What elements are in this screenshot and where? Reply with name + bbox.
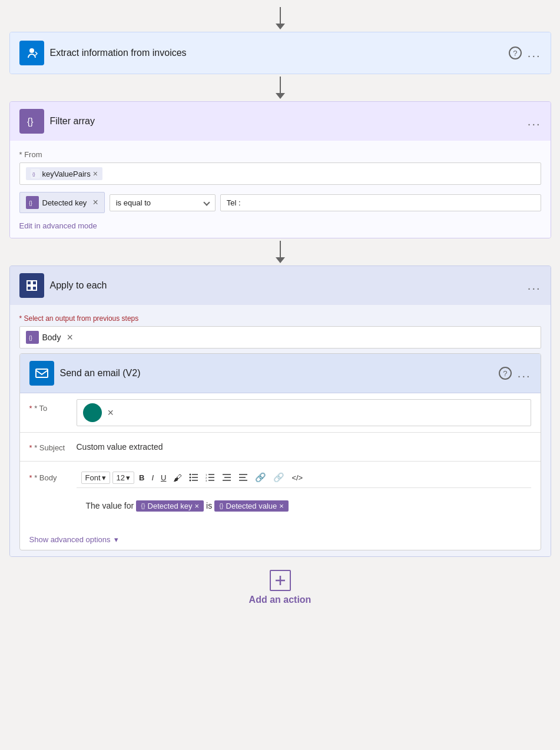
body-field-row: * * Body Font ▾ 12 [20, 462, 541, 529]
apply-card-body: * Select an output from previous steps {… [10, 305, 551, 556]
body-detected-value-token: {} Detected value × [214, 500, 289, 512]
body-detected-value-text: Detected value [226, 502, 277, 510]
subject-label: * * Subject [29, 439, 77, 452]
link-btn[interactable]: 🔗 [253, 471, 269, 484]
svg-point-15 [190, 480, 191, 482]
paint-btn[interactable]: 🖌 [171, 472, 184, 484]
body-token-field[interactable]: {} Body × [19, 326, 541, 349]
body-field-inner: * * Body Font ▾ 12 [29, 467, 531, 523]
body-key-close[interactable]: × [194, 502, 199, 510]
to-token-field[interactable]: × [77, 399, 531, 426]
svg-text:3.: 3. [206, 479, 207, 482]
svg-text:{}: {} [29, 336, 32, 341]
from-token-icon: {} [31, 169, 40, 178]
arrow-line [280, 7, 281, 24]
body-token-svg: {} [28, 333, 37, 341]
svg-text:{}: {} [32, 172, 35, 177]
detected-key-text: Detected key [42, 198, 87, 207]
flow-container: Extract information from invoices ? ... … [9, 6, 551, 605]
font-select[interactable]: Font ▾ [81, 472, 110, 484]
from-token-chip: {} keyValuePairs × [26, 167, 102, 180]
body-content[interactable]: The value for {} Detected key × is {} De… [77, 488, 531, 523]
add-action-label: Add an action [249, 595, 312, 605]
ol-btn[interactable]: 1. 2. 3. [203, 472, 217, 483]
font-label: Font [85, 473, 101, 482]
body-value-close[interactable]: × [279, 502, 284, 510]
code-btn[interactable]: </> [289, 472, 305, 483]
arrow-line-1 [280, 77, 281, 93]
arrow-head [276, 24, 285, 29]
font-chevron: ▾ [102, 473, 106, 482]
to-token-close[interactable]: × [108, 407, 114, 419]
extract-title: Extract information from invoices [50, 48, 509, 58]
body-value-token-icon: {} [219, 502, 223, 509]
detected-key-token: {} Detected key × [19, 192, 105, 213]
email-dots-menu[interactable]: ... [518, 367, 531, 380]
filter-icon: {} [25, 114, 39, 128]
unlink-btn[interactable]: 🔗 [271, 471, 287, 484]
subject-req: * [29, 443, 32, 452]
svg-point-0 [29, 48, 34, 53]
body-editor: Font ▾ 12 ▾ B I U 🖌 [77, 467, 531, 523]
extract-help-icon[interactable]: ? [509, 47, 522, 59]
from-field-container: * From {} keyValuePairs × [19, 150, 541, 185]
svg-rect-9 [36, 369, 48, 377]
svg-rect-4 [27, 281, 31, 285]
email-help-icon[interactable]: ? [499, 367, 512, 380]
from-token-close[interactable]: × [93, 169, 98, 178]
extract-card: Extract information from invoices ? ... [9, 32, 551, 74]
from-token-field[interactable]: {} keyValuePairs × [19, 162, 541, 185]
svg-point-13 [190, 474, 191, 476]
underline-btn[interactable]: U [158, 472, 168, 483]
operator-dropdown[interactable]: is equal to [110, 194, 216, 211]
filter-icon-box: {} [19, 109, 44, 134]
select-output-label: * Select an output from previous steps [19, 314, 541, 323]
svg-rect-7 [32, 286, 37, 290]
subject-field-content [77, 439, 531, 455]
ul-btn[interactable] [187, 472, 201, 483]
email-icon [35, 366, 49, 380]
body-key-token-icon: {} [141, 502, 145, 509]
operator-chevron [203, 199, 210, 205]
to-field-content: × [77, 399, 531, 426]
body-token-chip-wrapper: {} Body × [26, 331, 73, 344]
add-action-svg [274, 574, 287, 587]
svg-text:{}: {} [27, 117, 34, 127]
body-detected-key-text: Detected key [148, 502, 193, 510]
email-title: Send an email (V2) [60, 368, 499, 379]
italic-btn[interactable]: I [149, 472, 156, 483]
detected-key-close[interactable]: × [92, 197, 98, 208]
filter-dots-menu[interactable]: ... [528, 115, 541, 128]
to-field-row: * * To × [20, 393, 541, 433]
svg-text:{}: {} [29, 201, 32, 206]
body-req: * [29, 473, 32, 482]
filter-value-input[interactable] [220, 194, 541, 211]
add-action-button[interactable]: Add an action [249, 570, 312, 605]
apply-dots-menu[interactable]: ... [528, 279, 541, 293]
bold-btn[interactable]: B [137, 472, 147, 483]
apply-actions: ... [528, 279, 541, 293]
body-token-close[interactable]: × [67, 331, 73, 344]
edit-advanced-link[interactable]: Edit in advanced mode [19, 221, 97, 230]
email-icon-box [29, 361, 54, 386]
extract-actions: ? ... [509, 47, 541, 60]
ul-icon [189, 473, 198, 482]
apply-card: Apply to each ... * Select an output fro… [9, 266, 551, 557]
extract-dots-menu[interactable]: ... [528, 47, 541, 60]
from-token-svg: {} [32, 170, 39, 177]
indent-right-btn[interactable] [236, 472, 250, 483]
arrow-head-1 [276, 93, 285, 99]
indent-left-btn[interactable] [220, 472, 234, 483]
show-advanced-options[interactable]: Show advanced options ▾ [20, 529, 541, 550]
font-size-select[interactable]: 12 ▾ [112, 472, 134, 484]
from-label: * From [19, 150, 541, 159]
subject-field-row: * * Subject [20, 433, 541, 462]
subject-input[interactable] [77, 439, 531, 455]
send-email-card: Send an email (V2) ? ... * * To [19, 353, 541, 550]
body-detected-key-token: {} Detected key × [136, 500, 204, 512]
indent-right-icon [238, 473, 248, 482]
body-token-text: Body [42, 333, 61, 342]
from-token-text: keyValuePairs [42, 170, 91, 178]
filter-card: {} Filter array ... * From {} [9, 101, 551, 238]
svg-rect-6 [27, 286, 31, 290]
